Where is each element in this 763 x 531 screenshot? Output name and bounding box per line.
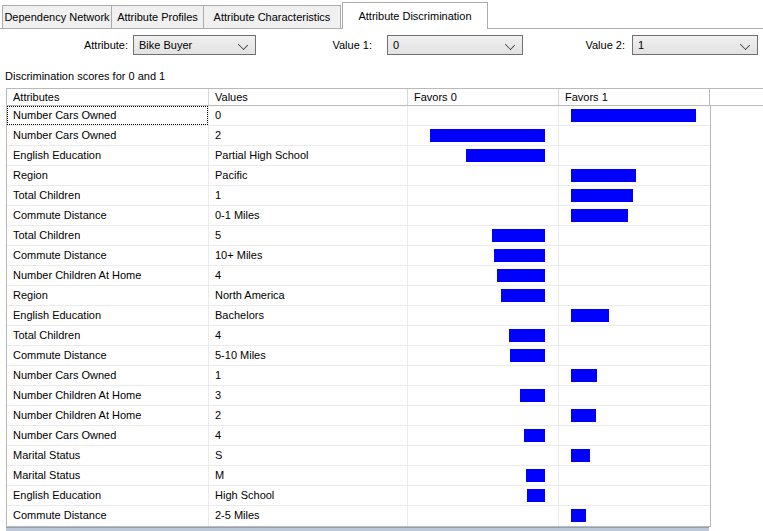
- attribute-cell[interactable]: Commute Distance: [7, 346, 209, 365]
- value-cell[interactable]: 2: [209, 126, 408, 145]
- favors-1-cell[interactable]: [559, 346, 710, 365]
- table-row[interactable]: English EducationPartial High School: [7, 146, 710, 166]
- favors-1-cell[interactable]: [559, 446, 710, 465]
- table-row[interactable]: Marital StatusM: [7, 466, 710, 486]
- table-row[interactable]: Commute Distance10+ Miles: [7, 246, 710, 266]
- table-row[interactable]: Number Children At Home2: [7, 406, 710, 426]
- attribute-cell[interactable]: Number Cars Owned: [7, 426, 209, 445]
- attribute-cell[interactable]: Commute Distance: [7, 506, 209, 526]
- value-cell[interactable]: 4: [209, 326, 408, 345]
- favors-0-cell[interactable]: [408, 366, 559, 385]
- favors-0-cell[interactable]: [408, 386, 559, 405]
- value-cell[interactable]: 0-1 Miles: [209, 206, 408, 225]
- value-cell[interactable]: 5-10 Miles: [209, 346, 408, 365]
- favors-0-cell[interactable]: [408, 466, 559, 485]
- favors-1-cell[interactable]: [559, 386, 710, 405]
- favors-0-cell[interactable]: [408, 306, 559, 325]
- favors-1-cell[interactable]: [559, 466, 710, 485]
- table-row[interactable]: Number Cars Owned1: [7, 366, 710, 386]
- value-cell[interactable]: S: [209, 446, 408, 465]
- favors-1-cell[interactable]: [559, 186, 710, 205]
- table-row[interactable]: Total Children1: [7, 186, 710, 206]
- attribute-cell[interactable]: Region: [7, 286, 209, 305]
- value-cell[interactable]: 2-5 Miles: [209, 506, 408, 526]
- favors-0-cell[interactable]: [408, 106, 559, 125]
- attribute-cell[interactable]: Total Children: [7, 226, 209, 245]
- favors-0-cell[interactable]: [408, 426, 559, 445]
- table-row[interactable]: Number Cars Owned2: [7, 126, 710, 146]
- table-row[interactable]: RegionPacific: [7, 166, 710, 186]
- favors-0-cell[interactable]: [408, 186, 559, 205]
- tab-attribute-characteristics[interactable]: Attribute Characteristics: [203, 5, 341, 28]
- favors-0-cell[interactable]: [408, 126, 559, 145]
- favors-0-cell[interactable]: [408, 446, 559, 465]
- favors-1-cell[interactable]: [559, 426, 710, 445]
- value-cell[interactable]: M: [209, 466, 408, 485]
- favors-0-cell[interactable]: [408, 286, 559, 305]
- attribute-cell[interactable]: Marital Status: [7, 466, 209, 485]
- favors-0-cell[interactable]: [408, 346, 559, 365]
- attribute-cell[interactable]: Marital Status: [7, 446, 209, 465]
- column-header-attributes[interactable]: Attributes: [7, 89, 209, 105]
- favors-1-cell[interactable]: [559, 306, 710, 325]
- attribute-cell[interactable]: Total Children: [7, 186, 209, 205]
- favors-1-cell[interactable]: [559, 226, 710, 245]
- value-cell[interactable]: 4: [209, 266, 408, 285]
- attribute-cell[interactable]: Commute Distance: [7, 246, 209, 265]
- favors-0-cell[interactable]: [408, 266, 559, 285]
- tab-attribute-profiles[interactable]: Attribute Profiles: [111, 5, 204, 28]
- favors-1-cell[interactable]: [559, 366, 710, 385]
- column-header-favors-0[interactable]: Favors 0: [408, 89, 559, 105]
- attribute-cell[interactable]: Number Children At Home: [7, 406, 209, 425]
- value-cell[interactable]: 10+ Miles: [209, 246, 408, 265]
- favors-1-cell[interactable]: [559, 106, 710, 125]
- attribute-cell[interactable]: Number Cars Owned: [7, 366, 209, 385]
- favors-1-cell[interactable]: [559, 326, 710, 345]
- table-row[interactable]: Number Cars Owned4: [7, 426, 710, 446]
- table-row[interactable]: Commute Distance5-10 Miles: [7, 346, 710, 366]
- favors-1-cell[interactable]: [559, 266, 710, 285]
- attribute-cell[interactable]: English Education: [7, 486, 209, 505]
- favors-0-cell[interactable]: [408, 326, 559, 345]
- value-cell[interactable]: 0: [209, 106, 408, 125]
- attribute-select[interactable]: Bike Buyer: [133, 35, 256, 55]
- column-header-favors-1[interactable]: Favors 1: [559, 89, 710, 105]
- favors-0-cell[interactable]: [408, 206, 559, 225]
- value-cell[interactable]: Bachelors: [209, 306, 408, 325]
- table-row[interactable]: English EducationHigh School: [7, 486, 710, 506]
- value-cell[interactable]: 1: [209, 186, 408, 205]
- favors-1-cell[interactable]: [559, 286, 710, 305]
- favors-0-cell[interactable]: [408, 166, 559, 185]
- table-row[interactable]: Total Children4: [7, 326, 710, 346]
- value-cell[interactable]: 4: [209, 426, 408, 445]
- horizontal-scrollbar[interactable]: [6, 527, 709, 531]
- attribute-cell[interactable]: Commute Distance: [7, 206, 209, 225]
- column-header-values[interactable]: Values: [209, 89, 408, 105]
- attribute-cell[interactable]: Total Children: [7, 326, 209, 345]
- favors-0-cell[interactable]: [408, 146, 559, 165]
- tab-attribute-discrimination[interactable]: Attribute Discrimination: [342, 2, 488, 29]
- attribute-cell[interactable]: Region: [7, 166, 209, 185]
- favors-1-cell[interactable]: [559, 146, 710, 165]
- table-row[interactable]: Number Children At Home4: [7, 266, 710, 286]
- value-cell[interactable]: Pacific: [209, 166, 408, 185]
- favors-1-cell[interactable]: [559, 206, 710, 225]
- value1-select[interactable]: 0: [387, 35, 523, 55]
- table-row[interactable]: Commute Distance0-1 Miles: [7, 206, 710, 226]
- favors-1-cell[interactable]: [559, 166, 710, 185]
- value2-select[interactable]: 1: [632, 35, 758, 55]
- table-row[interactable]: RegionNorth America: [7, 286, 710, 306]
- table-row[interactable]: English EducationBachelors: [7, 306, 710, 326]
- favors-0-cell[interactable]: [408, 506, 559, 526]
- favors-0-cell[interactable]: [408, 486, 559, 505]
- value-cell[interactable]: 3: [209, 386, 408, 405]
- favors-1-cell[interactable]: [559, 486, 710, 505]
- favors-0-cell[interactable]: [408, 406, 559, 425]
- favors-0-cell[interactable]: [408, 226, 559, 245]
- favors-1-cell[interactable]: [559, 246, 710, 265]
- favors-1-cell[interactable]: [559, 406, 710, 425]
- favors-0-cell[interactable]: [408, 246, 559, 265]
- value-cell[interactable]: 2: [209, 406, 408, 425]
- table-row[interactable]: Commute Distance2-5 Miles: [7, 506, 710, 526]
- value-cell[interactable]: High School: [209, 486, 408, 505]
